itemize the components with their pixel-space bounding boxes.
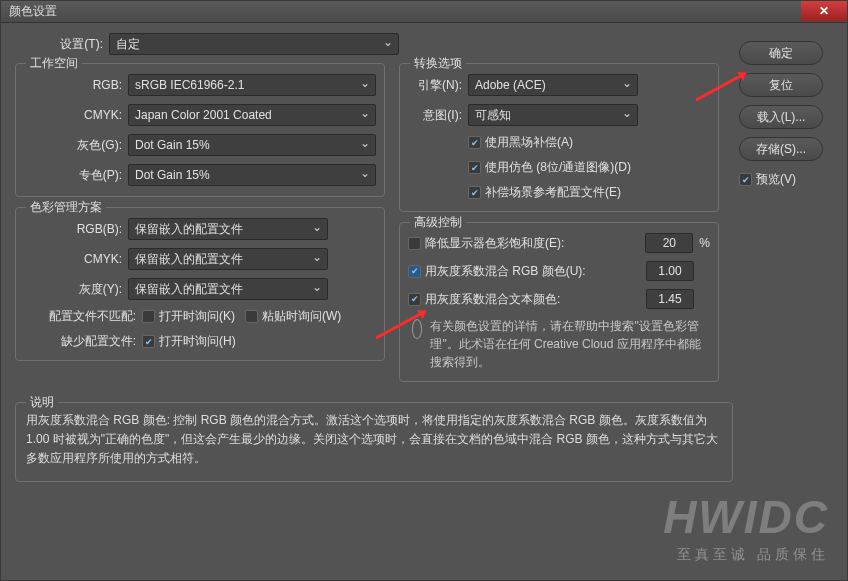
cmyk-select[interactable]: Japan Color 2001 Coated — [128, 104, 376, 126]
checkbox-icon — [245, 310, 258, 323]
load-button[interactable]: 载入(L)... — [739, 105, 823, 129]
description-fieldset: 说明 用灰度系数混合 RGB 颜色: 控制 RGB 颜色的混合方式。激活这个选项… — [15, 402, 733, 482]
window-title: 颜色设置 — [9, 3, 57, 20]
preview-checkbox[interactable]: 预览(V) — [739, 171, 796, 188]
cmm-gray-select[interactable]: 保留嵌入的配置文件 — [128, 278, 328, 300]
close-button[interactable] — [801, 1, 847, 21]
intent-label: 意图(I): — [408, 107, 462, 124]
dialog-window: 颜色设置 设置(T): 自定 工作空间 RGB: sRGB IEC61966-2… — [0, 0, 848, 581]
settings-select[interactable]: 自定 — [109, 33, 399, 55]
blend-text-checkbox[interactable]: 用灰度系数混合文本颜色: — [408, 291, 560, 308]
convert-fieldset: 转换选项 引擎(N): Adobe (ACE) 意图(I): 可感知 使用黑场补… — [399, 63, 719, 212]
blend-rgb-checkbox[interactable]: 用灰度系数混合 RGB 颜色(U): — [408, 263, 586, 280]
missing-label: 缺少配置文件: — [24, 333, 136, 350]
advanced-hint: 有关颜色设置的详情，请在帮助中搜索"设置色彩管理"。此术语在任何 Creativ… — [408, 317, 710, 371]
rgb-select[interactable]: sRGB IEC61966-2.1 — [128, 74, 376, 96]
engine-label: 引擎(N): — [408, 77, 462, 94]
workspace-legend: 工作空间 — [26, 55, 82, 72]
gray-select[interactable]: Dot Gain 15% — [128, 134, 376, 156]
titlebar: 颜色设置 — [1, 1, 847, 23]
settings-label: 设置(T): — [43, 36, 103, 53]
cmyk-label: CMYK: — [24, 108, 122, 122]
checkbox-icon — [739, 173, 752, 186]
spot-label: 专色(P): — [24, 167, 122, 184]
spot-select[interactable]: Dot Gain 15% — [128, 164, 376, 186]
blackpoint-checkbox[interactable]: 使用黑场补偿(A) — [468, 134, 573, 151]
scene-checkbox[interactable]: 补偿场景参考配置文件(E) — [468, 184, 621, 201]
cmm-cmyk-select[interactable]: 保留嵌入的配置文件 — [128, 248, 328, 270]
checkbox-icon — [468, 186, 481, 199]
cmm-legend: 色彩管理方案 — [26, 199, 106, 216]
cmm-rgb-select[interactable]: 保留嵌入的配置文件 — [128, 218, 328, 240]
description-text: 用灰度系数混合 RGB 颜色: 控制 RGB 颜色的混合方式。激活这个选项时，将… — [26, 411, 722, 469]
mismatch-label: 配置文件不匹配: — [24, 308, 136, 325]
checkbox-icon — [468, 161, 481, 174]
rgb-label: RGB: — [24, 78, 122, 92]
cmm-fieldset: 色彩管理方案 RGB(B): 保留嵌入的配置文件 CMYK: 保留嵌入的配置文件… — [15, 207, 385, 361]
engine-select[interactable]: Adobe (ACE) — [468, 74, 638, 96]
cmm-cmyk-label: CMYK: — [24, 252, 122, 266]
gray-label: 灰色(G): — [24, 137, 122, 154]
globe-icon — [412, 319, 422, 339]
description-legend: 说明 — [26, 394, 58, 411]
checkbox-icon — [142, 335, 155, 348]
desaturate-checkbox[interactable]: 降低显示器色彩饱和度(E): — [408, 235, 564, 252]
advanced-legend: 高级控制 — [410, 214, 466, 231]
cmm-rgb-label: RGB(B): — [24, 222, 122, 236]
advanced-fieldset: 高级控制 降低显示器色彩饱和度(E): % 用灰度系数混合 RGB 颜色(U): — [399, 222, 719, 382]
intent-select[interactable]: 可感知 — [468, 104, 638, 126]
checkbox-icon — [142, 310, 155, 323]
percent-unit: % — [699, 236, 710, 250]
mismatch-open-checkbox[interactable]: 打开时询问(K) — [142, 308, 235, 325]
ok-button[interactable]: 确定 — [739, 41, 823, 65]
checkbox-icon — [408, 265, 421, 278]
blend-rgb-input[interactable] — [646, 261, 694, 281]
mismatch-paste-checkbox[interactable]: 粘贴时询问(W) — [245, 308, 341, 325]
missing-open-checkbox[interactable]: 打开时询问(H) — [142, 333, 236, 350]
checkbox-icon — [408, 293, 421, 306]
checkbox-icon — [468, 136, 481, 149]
save-button[interactable]: 存储(S)... — [739, 137, 823, 161]
reset-button[interactable]: 复位 — [739, 73, 823, 97]
cmm-gray-label: 灰度(Y): — [24, 281, 122, 298]
convert-legend: 转换选项 — [410, 55, 466, 72]
blend-text-input[interactable] — [646, 289, 694, 309]
button-column: 确定 复位 载入(L)... 存储(S)... 预览(V) — [739, 41, 829, 188]
workspace-fieldset: 工作空间 RGB: sRGB IEC61966-2.1 CMYK: Japan … — [15, 63, 385, 197]
watermark: HWIDC 至真至诚 品质保住 — [663, 490, 829, 564]
dither-checkbox[interactable]: 使用仿色 (8位/通道图像)(D) — [468, 159, 631, 176]
checkbox-icon — [408, 237, 421, 250]
desaturate-input[interactable] — [645, 233, 693, 253]
